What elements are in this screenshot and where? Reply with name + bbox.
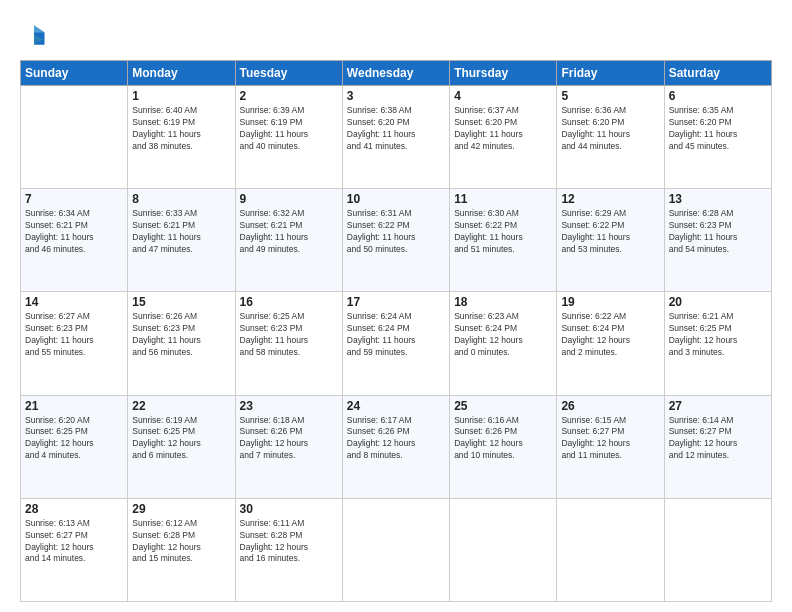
calendar-day-cell: 11Sunrise: 6:30 AMSunset: 6:22 PMDayligh… [450, 189, 557, 292]
day-number: 11 [454, 192, 552, 206]
day-number: 24 [347, 399, 445, 413]
calendar-day-cell: 27Sunrise: 6:14 AMSunset: 6:27 PMDayligh… [664, 395, 771, 498]
day-info: Sunrise: 6:39 AMSunset: 6:19 PMDaylight:… [240, 105, 338, 153]
day-number: 17 [347, 295, 445, 309]
day-number: 3 [347, 89, 445, 103]
calendar-day-cell [557, 498, 664, 601]
logo-icon [20, 22, 48, 50]
calendar-day-cell: 16Sunrise: 6:25 AMSunset: 6:23 PMDayligh… [235, 292, 342, 395]
day-info: Sunrise: 6:31 AMSunset: 6:22 PMDaylight:… [347, 208, 445, 256]
day-info: Sunrise: 6:37 AMSunset: 6:20 PMDaylight:… [454, 105, 552, 153]
calendar-day-cell: 7Sunrise: 6:34 AMSunset: 6:21 PMDaylight… [21, 189, 128, 292]
day-number: 25 [454, 399, 552, 413]
calendar-day-cell: 15Sunrise: 6:26 AMSunset: 6:23 PMDayligh… [128, 292, 235, 395]
day-info: Sunrise: 6:13 AMSunset: 6:27 PMDaylight:… [25, 518, 123, 566]
day-number: 26 [561, 399, 659, 413]
day-info: Sunrise: 6:22 AMSunset: 6:24 PMDaylight:… [561, 311, 659, 359]
day-info: Sunrise: 6:36 AMSunset: 6:20 PMDaylight:… [561, 105, 659, 153]
svg-marker-1 [34, 26, 45, 33]
day-number: 10 [347, 192, 445, 206]
day-info: Sunrise: 6:12 AMSunset: 6:28 PMDaylight:… [132, 518, 230, 566]
day-info: Sunrise: 6:14 AMSunset: 6:27 PMDaylight:… [669, 415, 767, 463]
calendar-day-cell: 30Sunrise: 6:11 AMSunset: 6:28 PMDayligh… [235, 498, 342, 601]
day-info: Sunrise: 6:27 AMSunset: 6:23 PMDaylight:… [25, 311, 123, 359]
calendar-day-cell: 23Sunrise: 6:18 AMSunset: 6:26 PMDayligh… [235, 395, 342, 498]
calendar-day-cell: 17Sunrise: 6:24 AMSunset: 6:24 PMDayligh… [342, 292, 449, 395]
calendar-week-row: 7Sunrise: 6:34 AMSunset: 6:21 PMDaylight… [21, 189, 772, 292]
day-info: Sunrise: 6:28 AMSunset: 6:23 PMDaylight:… [669, 208, 767, 256]
day-number: 19 [561, 295, 659, 309]
day-number: 1 [132, 89, 230, 103]
day-number: 21 [25, 399, 123, 413]
weekday-header: Saturday [664, 61, 771, 86]
calendar-day-cell: 21Sunrise: 6:20 AMSunset: 6:25 PMDayligh… [21, 395, 128, 498]
day-info: Sunrise: 6:19 AMSunset: 6:25 PMDaylight:… [132, 415, 230, 463]
day-number: 14 [25, 295, 123, 309]
calendar-day-cell: 25Sunrise: 6:16 AMSunset: 6:26 PMDayligh… [450, 395, 557, 498]
weekday-header: Monday [128, 61, 235, 86]
day-number: 29 [132, 502, 230, 516]
day-info: Sunrise: 6:18 AMSunset: 6:26 PMDaylight:… [240, 415, 338, 463]
calendar-table: SundayMondayTuesdayWednesdayThursdayFrid… [20, 60, 772, 602]
calendar-day-cell: 1Sunrise: 6:40 AMSunset: 6:19 PMDaylight… [128, 86, 235, 189]
calendar-day-cell: 6Sunrise: 6:35 AMSunset: 6:20 PMDaylight… [664, 86, 771, 189]
day-number: 18 [454, 295, 552, 309]
calendar-header-row: SundayMondayTuesdayWednesdayThursdayFrid… [21, 61, 772, 86]
calendar-day-cell: 5Sunrise: 6:36 AMSunset: 6:20 PMDaylight… [557, 86, 664, 189]
day-number: 5 [561, 89, 659, 103]
calendar-day-cell: 24Sunrise: 6:17 AMSunset: 6:26 PMDayligh… [342, 395, 449, 498]
weekday-header: Tuesday [235, 61, 342, 86]
calendar-day-cell [664, 498, 771, 601]
calendar-day-cell: 14Sunrise: 6:27 AMSunset: 6:23 PMDayligh… [21, 292, 128, 395]
calendar-day-cell: 22Sunrise: 6:19 AMSunset: 6:25 PMDayligh… [128, 395, 235, 498]
day-number: 7 [25, 192, 123, 206]
day-number: 22 [132, 399, 230, 413]
day-number: 20 [669, 295, 767, 309]
calendar-day-cell: 13Sunrise: 6:28 AMSunset: 6:23 PMDayligh… [664, 189, 771, 292]
day-number: 4 [454, 89, 552, 103]
header [20, 18, 772, 50]
weekday-header: Thursday [450, 61, 557, 86]
day-info: Sunrise: 6:15 AMSunset: 6:27 PMDaylight:… [561, 415, 659, 463]
calendar-week-row: 28Sunrise: 6:13 AMSunset: 6:27 PMDayligh… [21, 498, 772, 601]
day-info: Sunrise: 6:16 AMSunset: 6:26 PMDaylight:… [454, 415, 552, 463]
calendar-day-cell: 28Sunrise: 6:13 AMSunset: 6:27 PMDayligh… [21, 498, 128, 601]
calendar-day-cell [342, 498, 449, 601]
day-number: 27 [669, 399, 767, 413]
calendar-day-cell: 19Sunrise: 6:22 AMSunset: 6:24 PMDayligh… [557, 292, 664, 395]
day-info: Sunrise: 6:40 AMSunset: 6:19 PMDaylight:… [132, 105, 230, 153]
calendar-day-cell: 2Sunrise: 6:39 AMSunset: 6:19 PMDaylight… [235, 86, 342, 189]
day-number: 12 [561, 192, 659, 206]
weekday-header: Friday [557, 61, 664, 86]
calendar-day-cell: 4Sunrise: 6:37 AMSunset: 6:20 PMDaylight… [450, 86, 557, 189]
weekday-header: Wednesday [342, 61, 449, 86]
calendar-day-cell: 18Sunrise: 6:23 AMSunset: 6:24 PMDayligh… [450, 292, 557, 395]
day-info: Sunrise: 6:11 AMSunset: 6:28 PMDaylight:… [240, 518, 338, 566]
calendar-day-cell: 9Sunrise: 6:32 AMSunset: 6:21 PMDaylight… [235, 189, 342, 292]
day-number: 8 [132, 192, 230, 206]
day-info: Sunrise: 6:20 AMSunset: 6:25 PMDaylight:… [25, 415, 123, 463]
calendar-week-row: 1Sunrise: 6:40 AMSunset: 6:19 PMDaylight… [21, 86, 772, 189]
day-number: 23 [240, 399, 338, 413]
calendar-day-cell [450, 498, 557, 601]
day-info: Sunrise: 6:33 AMSunset: 6:21 PMDaylight:… [132, 208, 230, 256]
day-info: Sunrise: 6:29 AMSunset: 6:22 PMDaylight:… [561, 208, 659, 256]
day-info: Sunrise: 6:26 AMSunset: 6:23 PMDaylight:… [132, 311, 230, 359]
day-info: Sunrise: 6:25 AMSunset: 6:23 PMDaylight:… [240, 311, 338, 359]
day-number: 9 [240, 192, 338, 206]
day-info: Sunrise: 6:30 AMSunset: 6:22 PMDaylight:… [454, 208, 552, 256]
day-number: 28 [25, 502, 123, 516]
page: SundayMondayTuesdayWednesdayThursdayFrid… [0, 0, 792, 612]
day-number: 16 [240, 295, 338, 309]
day-number: 2 [240, 89, 338, 103]
calendar-day-cell: 12Sunrise: 6:29 AMSunset: 6:22 PMDayligh… [557, 189, 664, 292]
calendar-day-cell: 20Sunrise: 6:21 AMSunset: 6:25 PMDayligh… [664, 292, 771, 395]
calendar-day-cell: 26Sunrise: 6:15 AMSunset: 6:27 PMDayligh… [557, 395, 664, 498]
day-number: 15 [132, 295, 230, 309]
day-info: Sunrise: 6:23 AMSunset: 6:24 PMDaylight:… [454, 311, 552, 359]
day-info: Sunrise: 6:38 AMSunset: 6:20 PMDaylight:… [347, 105, 445, 153]
day-number: 13 [669, 192, 767, 206]
calendar-day-cell: 8Sunrise: 6:33 AMSunset: 6:21 PMDaylight… [128, 189, 235, 292]
day-number: 30 [240, 502, 338, 516]
calendar-week-row: 14Sunrise: 6:27 AMSunset: 6:23 PMDayligh… [21, 292, 772, 395]
